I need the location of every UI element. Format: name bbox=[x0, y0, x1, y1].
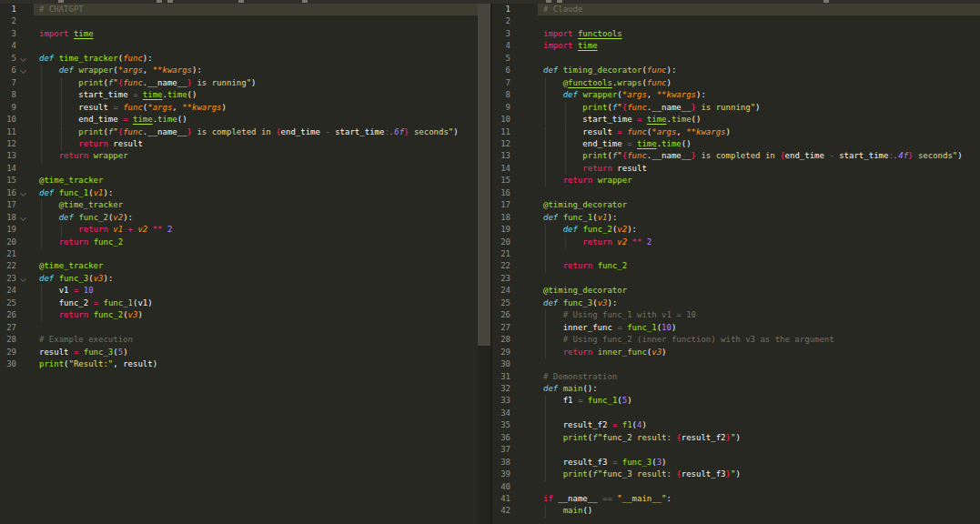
line-number[interactable]: 18 bbox=[492, 212, 510, 224]
line-number[interactable]: 34 bbox=[492, 408, 510, 419]
code-line[interactable]: 13 print(f"{func.__name__} is completed … bbox=[492, 150, 980, 162]
line-number[interactable]: 11 bbox=[492, 126, 510, 138]
line-number[interactable]: 11 bbox=[0, 126, 16, 138]
code-line[interactable]: 40 bbox=[492, 481, 980, 493]
line-number[interactable]: 6 bbox=[0, 65, 16, 76]
code-line[interactable]: 15@time_tracker bbox=[0, 175, 478, 186]
left-pane-scrollbar[interactable] bbox=[478, 0, 490, 524]
code-line[interactable]: 11 print(f"{func.__name__} is completed … bbox=[0, 126, 478, 138]
code-line[interactable]: 39 print(f"func_3 result: {result_f3}") bbox=[492, 469, 980, 480]
line-number[interactable]: 17 bbox=[492, 199, 510, 211]
code-line[interactable]: 24 v1 = 10 bbox=[0, 285, 478, 297]
line-number[interactable]: 36 bbox=[492, 432, 510, 444]
code-line[interactable]: 1# CHATGPT bbox=[0, 4, 478, 15]
code-line[interactable]: 22@time_tracker bbox=[0, 260, 478, 272]
line-number[interactable]: 39 bbox=[492, 469, 510, 480]
line-number[interactable]: 30 bbox=[0, 358, 16, 370]
line-number[interactable]: 9 bbox=[0, 102, 16, 114]
line-number[interactable]: 3 bbox=[492, 28, 510, 40]
scrollbar-thumb[interactable] bbox=[478, 4, 490, 346]
line-number[interactable]: 8 bbox=[0, 89, 16, 101]
line-number[interactable]: 16 bbox=[0, 187, 16, 199]
code-line[interactable]: 17 @time_tracker bbox=[0, 199, 478, 211]
code-line[interactable]: 41if __name__ == "__main__": bbox=[492, 493, 980, 505]
code-line[interactable]: 16 bbox=[492, 187, 980, 199]
code-line[interactable]: 4 bbox=[0, 40, 478, 52]
code-line[interactable]: 1# Claude bbox=[492, 4, 980, 15]
code-line[interactable]: 24@timing_decorator bbox=[492, 285, 980, 297]
line-number[interactable]: 15 bbox=[492, 175, 510, 186]
line-number[interactable]: 25 bbox=[492, 297, 510, 309]
line-number[interactable]: 9 bbox=[492, 102, 510, 114]
code-line[interactable]: 25def func_3(v3): bbox=[492, 297, 980, 309]
code-line[interactable]: 10 end_time = time.time() bbox=[0, 114, 478, 126]
line-number[interactable]: 17 bbox=[0, 199, 16, 211]
code-line[interactable]: 20 return v2 ** 2 bbox=[492, 237, 980, 248]
line-number[interactable]: 12 bbox=[492, 138, 510, 150]
line-number[interactable]: 10 bbox=[492, 114, 510, 126]
line-number[interactable]: 3 bbox=[0, 28, 16, 40]
line-number[interactable]: 14 bbox=[0, 163, 16, 175]
code-line[interactable]: 9 result = func(*args, **kwargs) bbox=[0, 102, 478, 114]
code-line[interactable]: 37 bbox=[492, 444, 980, 456]
line-number[interactable]: 35 bbox=[492, 419, 510, 431]
code-line[interactable]: 15 return wrapper bbox=[492, 175, 980, 186]
code-line[interactable]: 13 return wrapper bbox=[0, 150, 478, 162]
fold-chevron-icon[interactable] bbox=[20, 67, 26, 74]
line-number[interactable]: 7 bbox=[492, 77, 510, 89]
code-line[interactable]: 5 bbox=[492, 53, 980, 65]
code-line[interactable]: 29 return inner_func(v3) bbox=[492, 347, 980, 358]
code-line[interactable]: 17@timing_decorator bbox=[492, 199, 980, 211]
code-line[interactable]: 29result = func_3(5) bbox=[0, 347, 478, 358]
line-number[interactable]: 16 bbox=[492, 187, 510, 199]
line-number[interactable]: 4 bbox=[0, 40, 16, 52]
code-line[interactable]: 4import time bbox=[492, 40, 980, 52]
line-number[interactable]: 42 bbox=[492, 505, 510, 517]
line-number[interactable]: 32 bbox=[492, 383, 510, 395]
code-line[interactable]: 16def func_1(v1): bbox=[0, 187, 478, 199]
code-line[interactable]: 35 result_f2 = f1(4) bbox=[492, 419, 980, 431]
line-number[interactable]: 14 bbox=[492, 163, 510, 175]
code-line[interactable]: 12 return result bbox=[0, 138, 478, 150]
line-number[interactable]: 5 bbox=[492, 53, 510, 65]
line-number[interactable]: 24 bbox=[0, 285, 16, 297]
code-line[interactable]: 3import time bbox=[0, 28, 478, 40]
fold-chevron-icon[interactable] bbox=[20, 276, 26, 282]
line-number[interactable]: 24 bbox=[492, 285, 510, 297]
code-line[interactable]: 11 result = func(*args, **kwargs) bbox=[492, 126, 980, 138]
code-line[interactable]: 27 bbox=[0, 322, 478, 334]
line-number[interactable]: 18 bbox=[0, 212, 16, 224]
code-line[interactable]: 28 # Using func_2 (inner function) with … bbox=[492, 334, 980, 346]
line-number[interactable]: 27 bbox=[492, 322, 510, 334]
code-line[interactable]: 26 # Using func_1 with v1 = 10 bbox=[492, 309, 980, 321]
code-line[interactable]: 23 bbox=[492, 273, 980, 285]
line-number[interactable]: 29 bbox=[492, 347, 510, 358]
line-number[interactable]: 23 bbox=[0, 273, 16, 285]
line-number[interactable]: 23 bbox=[492, 273, 510, 285]
line-number[interactable]: 5 bbox=[0, 53, 16, 65]
code-line[interactable]: 26 return func_2(v3) bbox=[0, 309, 478, 321]
code-line[interactable]: 19 def func_2(v2): bbox=[492, 224, 980, 236]
fold-chevron-icon[interactable] bbox=[20, 215, 26, 221]
code-line[interactable]: 27 inner_func = func_1(10) bbox=[492, 322, 980, 334]
line-number[interactable]: 7 bbox=[0, 77, 16, 89]
fold-chevron-icon[interactable] bbox=[20, 190, 26, 196]
code-line[interactable]: 23def func_3(v3): bbox=[0, 273, 478, 285]
line-number[interactable]: 38 bbox=[492, 457, 510, 469]
line-number[interactable]: 1 bbox=[0, 4, 16, 15]
line-number[interactable]: 12 bbox=[0, 138, 16, 150]
line-number[interactable]: 28 bbox=[492, 334, 510, 346]
code-line[interactable]: 31# Demonstration bbox=[492, 371, 980, 383]
code-line[interactable]: 12 end_time = time.time() bbox=[492, 138, 980, 150]
code-line[interactable]: 14 bbox=[0, 163, 478, 175]
code-line[interactable]: 34 bbox=[492, 408, 980, 419]
line-number[interactable]: 4 bbox=[492, 40, 510, 52]
line-number[interactable]: 2 bbox=[0, 15, 16, 27]
line-number[interactable]: 22 bbox=[0, 260, 16, 272]
code-line[interactable]: 7 print(f"{func.__name__} is running") bbox=[0, 77, 478, 89]
line-number[interactable]: 33 bbox=[492, 395, 510, 407]
code-line[interactable]: 28# Example execution bbox=[0, 334, 478, 346]
code-line[interactable]: 8 start_time = time.time() bbox=[0, 89, 478, 101]
code-line[interactable]: 19 return v1 + v2 ** 2 bbox=[0, 224, 478, 236]
code-line[interactable]: 22 return func_2 bbox=[492, 260, 980, 272]
